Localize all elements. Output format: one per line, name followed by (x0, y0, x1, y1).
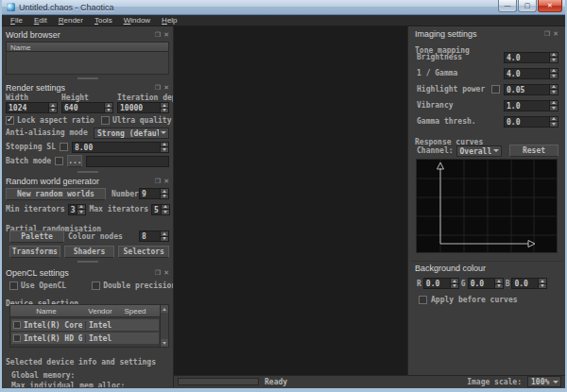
dock-close-icon[interactable]: ✕ (163, 269, 169, 277)
spin-down-icon[interactable] (550, 121, 558, 127)
spinner[interactable] (160, 103, 168, 112)
bg-b-field[interactable]: 0.0 (511, 278, 547, 289)
spinner[interactable] (160, 231, 168, 241)
spinner[interactable] (160, 143, 168, 152)
menu-window[interactable]: Window (118, 16, 156, 25)
palette-button[interactable]: Palette (9, 230, 64, 243)
device-row[interactable]: Intel(R) HD Grap... Intel (11, 332, 159, 344)
gamma-thresh-field[interactable]: 0.0 (504, 116, 558, 128)
transforms-button[interactable]: Transforms (9, 246, 60, 258)
world-list[interactable] (6, 52, 169, 75)
spin-down-icon[interactable] (550, 57, 558, 62)
bg-r-field[interactable]: 0.0 (423, 278, 459, 289)
section-splitter[interactable] (2, 168, 173, 175)
dock-float-icon[interactable]: ❐ (544, 30, 550, 38)
response-curve-editor[interactable] (416, 159, 558, 253)
spinner[interactable] (494, 279, 503, 288)
brightness-field[interactable]: 4.0 (504, 52, 558, 63)
dock-close-icon[interactable]: ✕ (163, 31, 169, 39)
spin-down-icon[interactable] (162, 209, 169, 214)
batch-path-field[interactable] (86, 156, 169, 167)
spin-down-icon[interactable] (539, 283, 546, 289)
spin-down-icon[interactable] (161, 194, 168, 199)
highlight-power-checkbox[interactable] (491, 85, 500, 94)
stopping-sl-field[interactable]: 8.00 (72, 142, 169, 153)
spinner[interactable] (549, 101, 558, 111)
dock-float-icon[interactable]: ❐ (155, 269, 161, 277)
selectors-button[interactable]: Selectors (118, 246, 169, 258)
minimize-button[interactable]: — (498, 0, 517, 12)
spin-down-icon[interactable] (161, 236, 168, 242)
maximize-button[interactable]: ▢ (518, 0, 537, 12)
spin-down-icon[interactable] (550, 105, 558, 111)
spinner[interactable] (160, 189, 168, 198)
ultra-quality-checkbox[interactable] (101, 116, 110, 125)
spinner[interactable] (77, 205, 85, 214)
menu-help[interactable]: Help (156, 16, 182, 25)
colour-nodes-field[interactable]: 8 (139, 230, 169, 242)
number-field[interactable]: 9 (139, 188, 169, 199)
section-splitter[interactable] (2, 258, 173, 264)
bg-g-field[interactable]: 0.0 (468, 278, 504, 289)
device-checkbox[interactable] (13, 334, 21, 342)
menu-render[interactable]: Render (53, 16, 89, 25)
apply-before-curves-checkbox[interactable] (419, 296, 427, 304)
spin-down-icon[interactable] (161, 146, 168, 152)
spinner[interactable] (538, 279, 546, 288)
dock-close-icon[interactable]: ✕ (163, 178, 169, 185)
render-view[interactable] (174, 26, 407, 375)
stopping-sl-checkbox[interactable] (60, 143, 68, 151)
spinner[interactable] (549, 117, 558, 127)
min-iterators-field[interactable]: 3 (68, 204, 87, 215)
new-random-worlds-button[interactable]: New random worlds (6, 188, 106, 200)
spin-down-icon[interactable] (77, 209, 85, 214)
menu-edit[interactable]: Edit (28, 16, 53, 25)
dock-float-icon[interactable]: ❐ (155, 84, 161, 92)
close-button[interactable]: ✕ (538, 0, 562, 12)
spinner[interactable] (450, 279, 458, 288)
menu-tools[interactable]: Tools (89, 16, 118, 25)
dock-close-icon[interactable]: ✕ (163, 84, 169, 92)
width-field[interactable]: 1024 (6, 102, 58, 113)
dock-close-icon[interactable]: ✕ (553, 30, 558, 38)
spinner[interactable] (48, 103, 57, 112)
spin-down-icon[interactable] (451, 283, 458, 289)
spin-down-icon[interactable] (550, 73, 558, 78)
channel-dropdown[interactable]: Overall (456, 145, 502, 157)
spin-down-icon[interactable] (161, 108, 168, 113)
aa-mode-dropdown[interactable]: Strong (default) (94, 128, 169, 139)
spin-down-icon[interactable] (49, 108, 57, 113)
browse-button[interactable]: ... (67, 155, 82, 167)
spinner[interactable] (549, 85, 558, 94)
lock-aspect-checkbox[interactable]: ✓ (6, 116, 14, 125)
iteration-depth-field[interactable]: 10000 (117, 102, 169, 113)
menu-file[interactable]: File (5, 16, 28, 25)
device-row[interactable]: Intel(R) Core(TM)... Intel (11, 319, 159, 331)
spin-down-icon[interactable] (550, 89, 558, 94)
reset-button[interactable]: Reset (509, 145, 558, 157)
world-list-name-column[interactable]: Name (6, 42, 169, 52)
batch-mode-checkbox[interactable] (55, 157, 63, 165)
device-table-header[interactable]: Name Vendor Speed (10, 305, 168, 317)
spinner[interactable] (104, 103, 112, 112)
highlight-power-field[interactable]: 0.05 (504, 84, 558, 95)
height-field[interactable]: 640 (61, 102, 113, 113)
double-precision-checkbox[interactable] (92, 281, 100, 290)
scroll-down-icon[interactable] (161, 339, 168, 347)
spin-down-icon[interactable] (495, 283, 503, 289)
dock-float-icon[interactable]: ❐ (155, 31, 161, 39)
section-splitter[interactable] (2, 75, 173, 81)
spinner[interactable] (161, 205, 169, 214)
scroll-up-icon[interactable] (161, 305, 168, 313)
spinner[interactable] (549, 53, 558, 62)
dock-float-icon[interactable]: ❐ (155, 178, 161, 185)
shaders-button[interactable]: Shaders (64, 246, 115, 258)
image-scale-dropdown[interactable]: 100% (527, 376, 561, 387)
gamma-field[interactable]: 4.0 (504, 68, 558, 79)
vibrancy-field[interactable]: 1.0 (504, 100, 558, 111)
max-iterators-field[interactable]: 5 (151, 204, 170, 215)
use-opencl-checkbox[interactable] (9, 281, 18, 290)
spinner[interactable] (549, 69, 558, 78)
device-checkbox[interactable] (13, 321, 21, 329)
spin-down-icon[interactable] (105, 108, 112, 113)
